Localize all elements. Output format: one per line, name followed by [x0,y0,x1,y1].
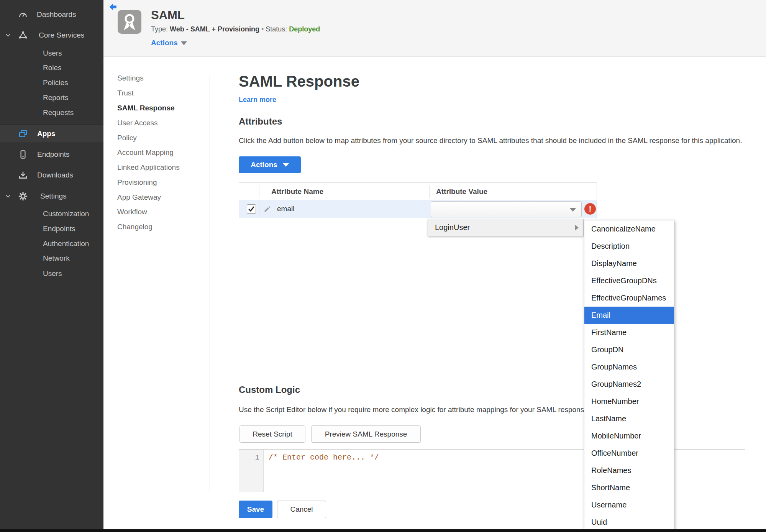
menu-item[interactable]: HomeNumber [584,393,674,410]
sidebar-item-endpoints[interactable]: Endpoints [0,147,103,162]
learn-more-link[interactable]: Learn more [239,96,276,104]
menu-item[interactable]: Description [584,238,674,255]
menu-item[interactable]: Uuid [584,514,674,531]
menu-item[interactable]: EffectiveGroupNames [584,289,674,307]
chevron-down-icon[interactable] [5,32,11,39]
back-arrow-icon[interactable] [108,2,118,12]
table-row[interactable]: email ! [239,200,597,218]
menu-item[interactable]: OfficeNumber [584,445,674,462]
cancel-button[interactable]: Cancel [277,501,326,518]
menu-item[interactable]: ShortName [584,479,674,496]
sidebar-item-reports[interactable]: Reports [0,90,103,105]
menu-item[interactable]: EffectiveGroupDNs [584,272,674,289]
tab-user-access[interactable]: User Access [117,119,158,127]
app-root: Dashboards Core Services Users Roles Pol… [0,0,766,532]
status-badge: Deployed [289,25,320,33]
chevron-down-icon[interactable] [5,193,11,200]
validation-error-icon: ! [584,203,596,215]
save-button[interactable]: Save [239,501,272,518]
sidebar-item-label: Dashboards [37,10,76,19]
editor-code[interactable]: /* Enter code here... */ [269,453,379,462]
menu-item[interactable]: GroupNames [584,358,674,376]
sidebar-item-users-settings[interactable]: Users [0,266,103,281]
header-actions-menu[interactable]: Actions [151,39,187,47]
tab-provisioning[interactable]: Provisioning [117,178,157,187]
menu-item[interactable]: RoleNames [584,462,674,479]
sidebar-item-policies[interactable]: Policies [0,75,103,90]
preview-saml-response-button[interactable]: Preview SAML Response [311,425,421,443]
tab-app-gateway[interactable]: App Gateway [117,193,161,202]
line-number: 1 [255,453,259,462]
sidebar-item-label: Users [43,49,62,57]
row-checkbox[interactable] [247,204,256,213]
tab-settings[interactable]: Settings [117,74,144,82]
sidebar-item-label: Apps [37,130,56,138]
sidebar-item-roles[interactable]: Roles [0,60,103,76]
attribute-name-cell: email [277,205,294,213]
dot-separator: • [261,25,264,33]
core-services-icon [18,30,28,40]
menu-item[interactable]: Username [584,496,674,514]
sidebar-item-dashboards[interactable]: Dashboards [0,7,103,22]
sidebar-item-network[interactable]: Network [0,251,103,266]
checkmark-icon [247,205,256,213]
page-title: SAML [151,8,185,22]
column-header-value: Attribute Value [436,187,487,196]
type-label: Type: [151,25,168,33]
sidebar-item-customization[interactable]: Customization [0,206,103,222]
tab-policy[interactable]: Policy [117,134,137,142]
menu-item[interactable]: LastName [584,410,674,427]
menu-item[interactable]: GroupNames2 [584,376,674,393]
bottom-edge-bar [0,529,766,532]
tab-trust[interactable]: Trust [117,89,134,97]
sidebar-item-label: Settings [40,192,67,200]
status-label: Status: [266,25,287,33]
sidebar-item-settings[interactable]: Settings [0,189,103,204]
menu-item-selected[interactable]: Email [584,307,674,324]
section-title: SAML Response [239,73,359,90]
app-meta: Type: Web - SAML + Provisioning • Status… [151,25,320,33]
tab-saml-response[interactable]: SAML Response [117,104,175,112]
sidebar-item-label: Downloads [37,171,73,179]
sidebar-item-label: Authentication [43,240,89,248]
actions-button-label: Actions [251,161,277,169]
sidebar-item-apps[interactable]: Apps [0,125,103,143]
custom-logic-description: Use the Script Editor below if you requi… [239,406,590,414]
sidebar-item-downloads[interactable]: Downloads [0,167,103,183]
sidebar-item-label: Requests [43,108,74,117]
sidebar-item-label: Network [43,254,70,263]
sidebar-item-endpoints-settings[interactable]: Endpoints [0,221,103,236]
menu-item[interactable]: GroupDN [584,341,674,358]
sidebar-item-authentication[interactable]: Authentication [0,236,103,251]
column-divider [429,185,430,198]
attributes-description: Click the Add button below to map attrib… [239,136,742,145]
edit-pencil-icon[interactable] [264,205,271,213]
menu-item[interactable]: CanonicalizeName [584,220,674,238]
reset-script-button[interactable]: Reset Script [239,425,305,443]
menu-item[interactable]: FirstName [584,324,674,341]
sidebar-item-label: Users [43,269,62,278]
nav-divider [210,75,210,491]
sidebar-item-label: Reports [43,94,69,102]
chevron-down-icon [181,41,187,45]
column-header-name: Attribute Name [271,187,323,196]
tab-changelog[interactable]: Changelog [117,223,153,231]
editor-gutter: 1 [239,450,264,492]
app-logo [118,10,141,34]
menu-item[interactable]: DisplayName [584,255,674,272]
attribute-value-combobox[interactable] [431,201,582,217]
tab-linked-applications[interactable]: Linked Applications [117,163,180,172]
sidebar-item-requests[interactable]: Requests [0,105,103,120]
value-menu-root[interactable]: LoginUser [428,219,584,236]
sidebar-item-label: Core Services [39,31,84,39]
attributes-table: Attribute Name Attribute Value email ! [239,182,597,369]
table-header: Attribute Name Attribute Value [239,183,597,200]
tab-account-mapping[interactable]: Account Mapping [117,148,174,157]
sidebar-item-users[interactable]: Users [0,46,103,61]
dashboard-gauge-icon [18,10,28,20]
sidebar-item-core-services[interactable]: Core Services [0,28,103,43]
actions-button[interactable]: Actions [239,156,301,173]
value-submenu: CanonicalizeName Description DisplayName… [584,220,674,531]
tab-workflow[interactable]: Workflow [117,208,147,216]
menu-item[interactable]: MobileNumber [584,427,674,445]
